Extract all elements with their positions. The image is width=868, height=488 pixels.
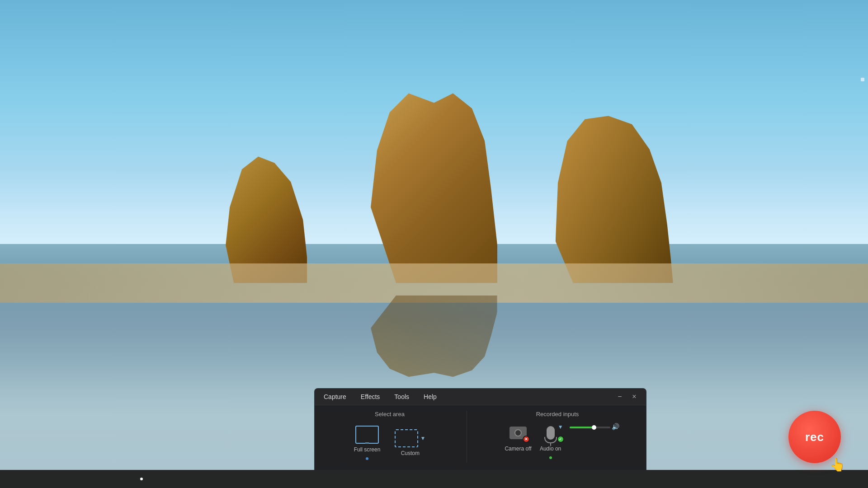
close-button[interactable]: × bbox=[630, 392, 639, 401]
audio-on-indicator: ✓ bbox=[557, 436, 564, 443]
custom-dropdown-arrow[interactable]: ▼ bbox=[420, 435, 425, 441]
volume-slider-thumb[interactable] bbox=[592, 425, 596, 430]
select-area-title: Select area bbox=[375, 411, 405, 418]
recorded-inputs-title: Recorded inputs bbox=[536, 411, 579, 418]
corner-indicator bbox=[861, 78, 864, 81]
audio-button[interactable]: ✓ ▼ Audio on bbox=[539, 423, 562, 459]
fullscreen-indicator bbox=[366, 457, 368, 460]
mic-icon-wrapper: ✓ ▼ bbox=[539, 423, 562, 443]
select-area-section: Select area Full screen ▼ Custom bbox=[322, 411, 467, 463]
camera-label: Camera off bbox=[505, 446, 531, 452]
audio-active-indicator bbox=[549, 456, 552, 459]
area-buttons: Full screen ▼ Custom bbox=[349, 423, 430, 463]
rock-reflection bbox=[371, 296, 497, 377]
audio-label: Audio on bbox=[540, 446, 561, 452]
volume-slider-track[interactable] bbox=[570, 427, 610, 428]
rock-right bbox=[556, 116, 673, 283]
cursor-hand-icon: 👆 bbox=[830, 457, 845, 472]
check-icon: ✓ bbox=[559, 437, 562, 441]
fullscreen-button[interactable]: Full screen bbox=[349, 423, 385, 463]
camera-lens bbox=[514, 429, 522, 436]
minimize-button[interactable]: − bbox=[615, 392, 624, 401]
camera-icon-wrapper: ✕ bbox=[506, 423, 530, 443]
volume-high-icon: 🔊 bbox=[612, 423, 619, 430]
panel-content: Select area Full screen ▼ Custom bbox=[315, 405, 646, 470]
rec-label: rec bbox=[805, 430, 824, 444]
window-controls: − × bbox=[615, 392, 639, 401]
custom-label: Custom bbox=[401, 450, 420, 456]
menu-effects[interactable]: Effects bbox=[359, 392, 382, 401]
camera-off-indicator: ✕ bbox=[523, 436, 530, 443]
taskbar bbox=[0, 470, 868, 488]
panel-menubar: Capture Effects Tools Help − × bbox=[315, 389, 646, 405]
custom-icon-wrapper: ▼ bbox=[395, 429, 425, 447]
taskbar-dot bbox=[140, 478, 143, 480]
menu-items: Capture Effects Tools Help bbox=[322, 392, 439, 401]
rec-button-container: rec 👆 bbox=[788, 411, 841, 463]
mic-dropdown-arrow[interactable]: ▼ bbox=[558, 424, 563, 430]
volume-area: 🔊 bbox=[570, 423, 610, 432]
volume-slider-fill bbox=[570, 427, 594, 428]
fullscreen-label: Full screen bbox=[354, 446, 381, 453]
rec-button[interactable]: rec 👆 bbox=[788, 411, 841, 463]
custom-button[interactable]: ▼ Custom bbox=[390, 427, 430, 459]
fullscreen-icon bbox=[355, 426, 379, 444]
inputs-row: ✕ Camera off ✓ ▼ Audio on bbox=[505, 423, 610, 459]
menu-capture[interactable]: Capture bbox=[322, 392, 348, 401]
camera-x-icon: ✕ bbox=[524, 437, 528, 441]
menu-help[interactable]: Help bbox=[422, 392, 439, 401]
camera-button[interactable]: ✕ Camera off bbox=[505, 423, 531, 452]
rock-main bbox=[371, 93, 497, 283]
custom-icon bbox=[395, 429, 418, 447]
recorded-inputs-section: Recorded inputs ✕ Camera off bbox=[467, 411, 639, 463]
menu-tools[interactable]: Tools bbox=[392, 392, 411, 401]
mic-body bbox=[547, 426, 555, 440]
recording-panel: Capture Effects Tools Help − × Select ar… bbox=[314, 388, 646, 470]
